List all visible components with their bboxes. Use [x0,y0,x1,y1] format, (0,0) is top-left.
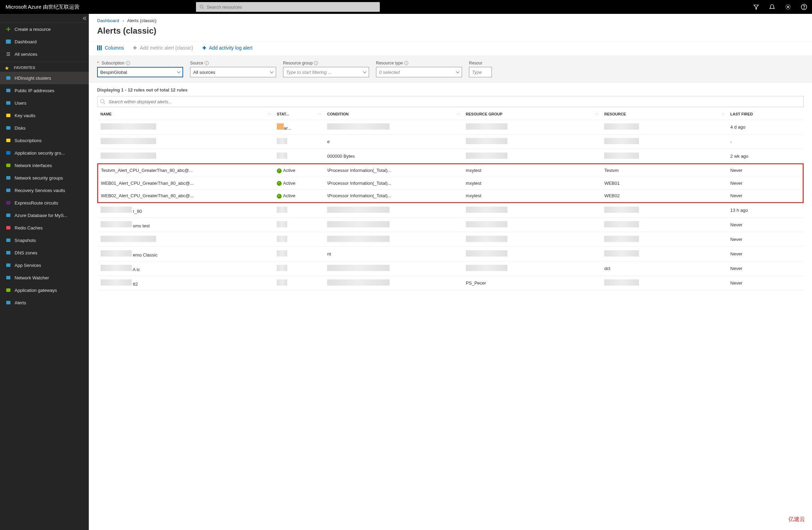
add-activity-log-button[interactable]: Add activity log alert [202,45,253,51]
alerts-search [97,96,804,107]
filter-label: Resour [469,61,482,66]
sidebar-item-label: Network interfaces [15,163,52,168]
col-status[interactable]: STAT...↑↓ [274,108,324,120]
cell-name: r_80 [98,202,274,217]
service-icon [4,225,12,231]
sidebar-item-label: Network security groups [15,175,63,181]
sidebar-item[interactable]: Users [0,97,89,109]
nav-create-resource[interactable]: Create a resource [0,23,89,35]
table-cell: WEB01 [601,177,727,190]
table-cell [601,134,727,149]
info-icon[interactable]: i [126,61,130,65]
alerts-search-input[interactable] [97,96,804,107]
service-icon [4,175,12,181]
search-icon [199,5,204,9]
list-icon [4,51,12,57]
sidebar-collapse[interactable] [0,14,89,23]
col-rg[interactable]: RESOURCE GROUP↑↓ [463,108,602,120]
rg-select[interactable]: Type to start filtering ... [283,67,369,77]
cell-status [274,134,324,149]
result-count: Displaying 1 - 12 rules out of total 12 … [97,87,804,93]
cell-last-fired: Never [728,261,803,276]
sidebar-item[interactable]: Subscriptions [0,134,89,147]
col-last[interactable]: LAST FIRED [728,108,803,120]
resource-select[interactable]: Type [469,67,492,77]
info-icon[interactable]: i [205,61,209,65]
table-row[interactable]: e- [98,134,803,149]
service-icon [4,212,12,218]
sidebar-item[interactable]: Disks [0,122,89,134]
sidebar-item[interactable]: App Services [0,259,89,271]
sidebar-item[interactable]: Azure Database for MyS... [0,209,89,221]
sidebar-item[interactable]: Alerts [0,296,89,309]
table-row[interactable]: WEB02_Alert_CPU_GreaterThan_80_abc@...Ac… [98,190,803,203]
info-icon[interactable]: i [314,61,318,65]
filter-icon[interactable] [748,0,764,14]
table-cell: PS_Pecer [463,276,602,290]
table-row[interactable]: r_8013 h ago [98,202,803,217]
nav-dashboard[interactable]: Dashboard [0,35,89,48]
columns-button[interactable]: Columns [97,45,124,51]
sidebar-item[interactable]: Network security groups [0,172,89,184]
help-icon[interactable] [796,0,812,14]
table-cell [463,149,602,164]
svg-rect-22 [6,214,10,217]
table-cell: \Processor Information(_Total)... [324,177,463,190]
breadcrumb-root[interactable]: Dashboard [97,18,119,23]
svg-rect-11 [6,76,10,80]
breadcrumb: Dashboard › Alerts (classic) [89,14,812,23]
table-row[interactable]: Testvm_Alert_CPU_GreaterThan_80_abc@...A… [98,164,803,177]
cell-name [98,232,274,246]
cell-name: WEB01_Alert_CPU_GreaterThan_80_abc@... [98,177,274,190]
table-row[interactable]: A icdctNever [98,261,803,276]
service-icon [4,125,12,131]
sidebar-item[interactable]: DNS zones [0,246,89,259]
select-value: All sources [193,70,215,75]
sidebar-item-label: Alerts [15,300,26,305]
table-row[interactable]: ar...4 d ago [98,120,803,134]
sidebar-item[interactable]: Key vaults [0,109,89,122]
plus-icon [4,26,12,32]
table-row[interactable]: Never [98,232,803,246]
cell-last-fired: Never [728,246,803,261]
sidebar-item[interactable]: Snapshots [0,234,89,246]
notifications-icon[interactable] [764,0,780,14]
sidebar-item[interactable]: Network Watcher [0,271,89,284]
col-condition[interactable]: CONDITION↑↓ [324,108,463,120]
service-icon [4,113,12,118]
rtype-select[interactable]: 0 selected [376,67,462,77]
svg-point-0 [200,5,203,8]
info-icon[interactable]: i [404,61,408,65]
nav-all-services[interactable]: All services [0,48,89,60]
cell-name [98,134,274,149]
sidebar-item[interactable]: Application security gro... [0,147,89,159]
sidebar-item[interactable]: Application gateways [0,284,89,296]
filter-label: Source [190,61,203,66]
table-row[interactable]: tt2PS_PecerNever [98,276,803,290]
table-row[interactable]: 000000 Bytes2 wk ago [98,149,803,164]
settings-icon[interactable] [780,0,796,14]
cell-status: Active [274,190,324,203]
table-row[interactable]: emo ClassicntNever [98,246,803,261]
search-input[interactable] [207,5,376,10]
sidebar-item[interactable]: ExpressRoute circuits [0,197,89,209]
table-row[interactable]: sms testNever [98,217,803,232]
col-resource[interactable]: RESOURCE↑↓ [601,108,727,120]
filter-subscription: *Subscriptioni BespinGlobal [97,61,183,77]
sidebar-item[interactable]: Public IP addresses [0,84,89,97]
sidebar-item[interactable]: Redis Caches [0,221,89,234]
filter-bar: *Subscriptioni BespinGlobal Sourcei All … [89,56,812,82]
sidebar-item[interactable]: Network interfaces [0,159,89,172]
search-box[interactable] [196,2,380,12]
sidebar-item[interactable]: HDInsight clusters [0,72,89,84]
svg-rect-16 [6,139,10,142]
col-name[interactable]: NAME↑↓ [98,108,274,120]
filter-label: Resource type [376,61,403,66]
source-select[interactable]: All sources [190,67,276,77]
subscription-select[interactable]: BespinGlobal [97,67,183,77]
table-cell [324,120,463,134]
global-search [196,2,380,12]
table-row[interactable]: WEB01_Alert_CPU_GreaterThan_80_abc@...Ac… [98,177,803,190]
table-cell [601,246,727,261]
sidebar-item[interactable]: Recovery Services vaults [0,184,89,197]
